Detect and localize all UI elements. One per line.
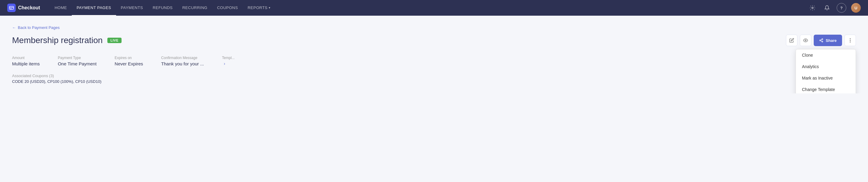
brand-name: Checkout [18, 5, 40, 10]
detail-expires: Expires on Never Expires [115, 56, 143, 66]
detail-payment-type-label: Payment Type [58, 56, 96, 60]
svg-line-6 [820, 41, 822, 41]
dropdown-item-change-template[interactable]: Change Template [796, 84, 856, 94]
brand-logo[interactable]: Checkout [7, 4, 40, 12]
detail-expires-label: Expires on [115, 56, 143, 60]
svg-point-10 [850, 42, 850, 42]
back-arrow-icon: ← [12, 25, 16, 30]
share-button[interactable]: Share [814, 35, 842, 46]
template-row: › [222, 61, 235, 66]
svg-line-7 [820, 39, 822, 40]
settings-icon[interactable] [808, 3, 817, 13]
svg-point-9 [850, 39, 850, 39]
page-title: Membership registration [12, 36, 102, 45]
more-button[interactable] [844, 35, 856, 46]
coupons-label: Associated Coupons (3) [12, 74, 856, 78]
avatar[interactable]: U [851, 3, 861, 13]
detail-template-label: Templ... [222, 56, 235, 60]
nav-recurring[interactable]: RECURRING [177, 0, 212, 16]
template-chevron-icon[interactable]: › [224, 61, 225, 66]
dropdown-item-mark-inactive[interactable]: Mark as Inactive [796, 72, 856, 84]
svg-point-8 [850, 40, 850, 41]
detail-payment-type: Payment Type One Time Payment [58, 56, 96, 66]
page-header: Membership registration LIVE [12, 35, 856, 46]
live-badge: LIVE [107, 38, 121, 43]
detail-confirmation: Confirmation Message Thank you for your … [161, 56, 204, 66]
dropdown-item-clone[interactable]: Clone [796, 49, 856, 61]
nav-home[interactable]: HOME [50, 0, 72, 16]
header-actions: Share Clone Analytics Mark as Inactive C… [786, 35, 856, 46]
detail-amount-value: Multiple items [12, 61, 40, 66]
main-content: ← Back to Payment Pages Membership regis… [0, 16, 868, 94]
preview-button[interactable] [800, 35, 811, 46]
nav-links: HOME PAYMENT PAGES PAYMENTS REFUNDS RECU… [50, 0, 808, 16]
coupons-value: CODE 20 (USD20), CP100 (100%), CP10 (USD… [12, 79, 856, 84]
nav-right: ? U [808, 3, 861, 13]
detail-confirmation-label: Confirmation Message [161, 56, 204, 60]
detail-amount-label: Amount [12, 56, 40, 60]
back-link[interactable]: ← Back to Payment Pages [12, 25, 856, 30]
svg-point-3 [822, 39, 823, 40]
page-title-row: Membership registration LIVE [12, 36, 122, 45]
svg-point-2 [805, 40, 806, 41]
edit-button[interactable] [786, 35, 798, 46]
nav-reports-label: REPORTS [248, 5, 268, 10]
nav-reports[interactable]: REPORTS ▾ [243, 0, 275, 16]
svg-point-5 [822, 41, 823, 42]
detail-template: Templ... › [222, 56, 235, 66]
navbar: Checkout HOME PAYMENT PAGES PAYMENTS REF… [0, 0, 868, 16]
chevron-down-icon: ▾ [269, 6, 271, 9]
brand-icon [7, 4, 16, 12]
dropdown-item-analytics[interactable]: Analytics [796, 61, 856, 72]
nav-payment-pages[interactable]: PAYMENT PAGES [72, 0, 116, 16]
dropdown-menu: Clone Analytics Mark as Inactive Change … [796, 49, 856, 94]
help-icon[interactable]: ? [837, 3, 846, 13]
detail-confirmation-value: Thank you for your ... [161, 61, 204, 66]
detail-expires-value: Never Expires [115, 61, 143, 66]
avatar-image: U [851, 3, 861, 13]
back-link-label: Back to Payment Pages [18, 25, 60, 30]
share-label: Share [826, 38, 837, 43]
svg-point-1 [812, 7, 813, 9]
svg-point-4 [820, 40, 821, 41]
nav-payments[interactable]: PAYMENTS [116, 0, 148, 16]
details-row: Amount Multiple items Payment Type One T… [12, 56, 856, 66]
detail-payment-type-value: One Time Payment [58, 61, 96, 66]
nav-refunds[interactable]: REFUNDS [148, 0, 177, 16]
detail-amount: Amount Multiple items [12, 56, 40, 66]
coupons-row: Associated Coupons (3) CODE 20 (USD20), … [12, 74, 856, 84]
nav-coupons[interactable]: COUPONS [212, 0, 243, 16]
bell-icon[interactable] [822, 3, 832, 13]
